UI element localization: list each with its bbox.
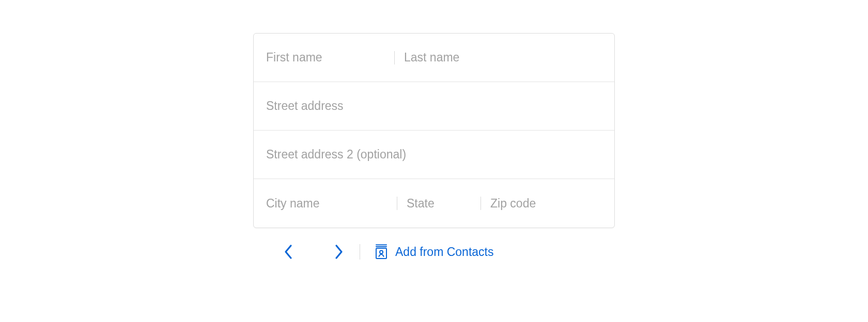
vertical-divider — [360, 244, 360, 260]
name-row — [254, 34, 614, 82]
add-from-contacts-button[interactable]: Add from Contacts — [375, 244, 493, 260]
street-address-input[interactable] — [266, 95, 602, 117]
city-input[interactable] — [266, 192, 388, 215]
add-from-contacts-label: Add from Contacts — [395, 245, 493, 259]
vertical-divider — [394, 51, 395, 65]
first-name-input[interactable] — [266, 46, 385, 69]
svg-point-3 — [380, 251, 383, 254]
city-state-zip-row — [254, 179, 614, 228]
contacts-book-icon — [375, 244, 388, 260]
last-name-input[interactable] — [404, 46, 602, 69]
vertical-divider — [397, 197, 397, 210]
form-toolbar: Add from Contacts — [253, 228, 615, 263]
state-input[interactable] — [407, 192, 471, 215]
previous-button[interactable] — [277, 240, 300, 263]
next-button[interactable] — [328, 240, 350, 263]
address-form-card — [253, 33, 615, 228]
chevron-left-icon — [284, 244, 293, 260]
street2-row — [254, 131, 614, 179]
zip-input[interactable] — [490, 192, 602, 215]
street-address-2-input[interactable] — [266, 143, 602, 166]
street-row — [254, 82, 614, 131]
chevron-right-icon — [334, 244, 344, 260]
vertical-divider — [481, 197, 481, 210]
